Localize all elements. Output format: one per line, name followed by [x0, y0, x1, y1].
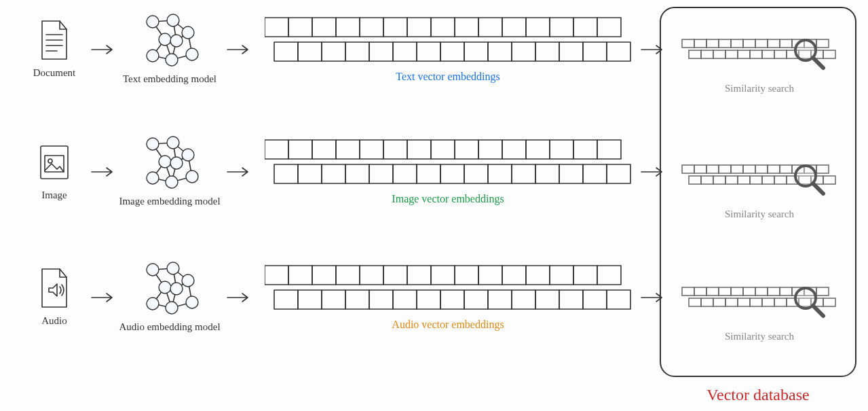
model-label-text: Text embedding model: [123, 73, 216, 85]
similarity-search-image: Similarity search: [671, 161, 848, 220]
neural-net-icon: [139, 14, 200, 68]
text-embedding-model: Text embedding model: [115, 14, 224, 85]
embed-label-audio: Audio vector embeddings: [392, 319, 504, 331]
text-vector-embeddings: Text vector embeddings: [258, 16, 638, 83]
search-label: Similarity search: [725, 83, 794, 94]
embed-label-text: Text vector embeddings: [396, 71, 500, 83]
audio-embedding-model: Audio embedding model: [115, 262, 224, 333]
model-label-audio: Audio embedding model: [119, 321, 220, 333]
search-label: Similarity search: [725, 331, 794, 342]
neural-net-icon: [139, 262, 200, 316]
search-vectors-icon: [678, 283, 841, 324]
vector-cells-icon: [265, 139, 631, 186]
embed-label-image: Image vector embeddings: [392, 193, 504, 205]
arrow-icon: [224, 39, 251, 60]
input-label-image: Image: [41, 190, 67, 201]
vector-cells-icon: [265, 16, 631, 64]
input-label-document: Document: [33, 67, 75, 79]
image-embedding-model: Image embedding model: [115, 136, 224, 207]
document-icon: [37, 20, 72, 62]
neural-net-icon: [139, 136, 200, 190]
audio-vector-embeddings: Audio vector embeddings: [258, 264, 638, 331]
image-icon: [37, 142, 72, 184]
vector-cells-icon: [265, 264, 631, 312]
model-label-image: Image embedding model: [119, 196, 220, 207]
search-vectors-icon: [678, 35, 841, 76]
input-document: Document: [20, 20, 88, 79]
vector-database-box: Similarity search Similarity search Simi…: [660, 7, 856, 377]
arrow-icon: [88, 287, 115, 308]
input-image: Image: [20, 142, 88, 201]
search-label: Similarity search: [725, 209, 794, 220]
similarity-search-text: Similarity search: [671, 35, 848, 94]
search-vectors-icon: [678, 161, 841, 202]
vector-database-title: Vector database: [706, 386, 809, 404]
arrow-icon: [88, 39, 115, 60]
image-vector-embeddings: Image vector embeddings: [258, 139, 638, 205]
arrow-icon: [224, 287, 251, 308]
input-audio: Audio: [20, 268, 88, 327]
input-label-audio: Audio: [41, 315, 67, 327]
similarity-search-audio: Similarity search: [671, 283, 848, 342]
audio-icon: [37, 268, 72, 310]
arrow-icon: [224, 162, 251, 182]
arrow-icon: [88, 162, 115, 182]
